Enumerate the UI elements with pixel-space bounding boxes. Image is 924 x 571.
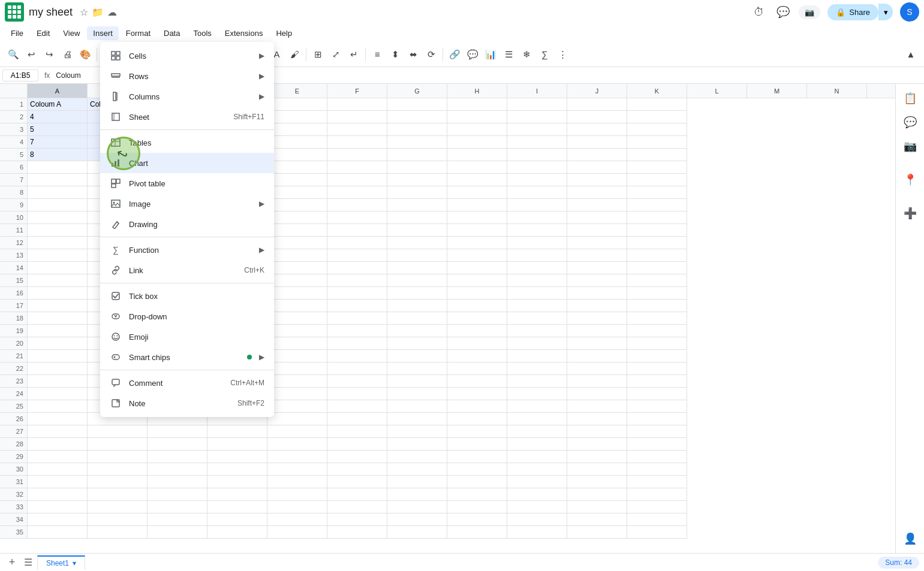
cell-H16[interactable] [447, 287, 507, 300]
cell-F32[interactable] [327, 488, 387, 501]
cell-G21[interactable] [387, 350, 447, 362]
row-num-34[interactable]: 34 [0, 513, 28, 526]
cell-H7[interactable] [447, 174, 507, 186]
cell-H30[interactable] [447, 463, 507, 476]
cell-A25[interactable] [28, 400, 88, 413]
cell-A18[interactable] [28, 312, 88, 325]
cell-A16[interactable] [28, 287, 88, 300]
cell-K21[interactable] [627, 350, 687, 362]
cell-I9[interactable] [507, 199, 567, 212]
cell-J30[interactable] [567, 463, 627, 476]
cell-C32[interactable] [148, 488, 207, 501]
cell-J17[interactable] [567, 300, 627, 312]
cell-H12[interactable] [447, 237, 507, 249]
menu-item-columns[interactable]: Columns ▶ [100, 86, 274, 107]
people-icon[interactable]: 👤 [901, 529, 920, 548]
comment-button[interactable]: 💬 [464, 46, 481, 63]
cell-I6[interactable] [507, 161, 567, 174]
menu-item-drawing[interactable]: Drawing [100, 214, 274, 234]
cell-H19[interactable] [447, 325, 507, 337]
cell-I28[interactable] [507, 438, 567, 451]
cell-E32[interactable] [267, 488, 327, 501]
row-num-12[interactable]: 12 [0, 237, 28, 249]
cell-F35[interactable] [327, 526, 387, 539]
cell-F12[interactable] [327, 237, 387, 249]
maps-icon[interactable]: 📍 [901, 170, 920, 189]
cell-H34[interactable] [447, 513, 507, 526]
col-header-l[interactable]: L [687, 84, 747, 98]
menu-tools[interactable]: Tools [187, 26, 217, 40]
cell-A20[interactable] [28, 337, 88, 350]
cell-C35[interactable] [148, 526, 207, 539]
cell-I20[interactable] [507, 337, 567, 350]
cell-J13[interactable] [567, 249, 627, 262]
cell-E15[interactable] [267, 274, 327, 287]
menu-item-rows[interactable]: Rows ▶ [100, 66, 274, 86]
row-num-33[interactable]: 33 [0, 501, 28, 513]
cell-k3[interactable] [627, 123, 687, 136]
cell-I13[interactable] [507, 249, 567, 262]
cell-K19[interactable] [627, 325, 687, 337]
share-button[interactable]: 🔒 Share [827, 4, 878, 20]
menu-item-chart[interactable]: Chart [100, 153, 274, 173]
cell-E12[interactable] [267, 237, 327, 249]
cell-f5[interactable] [327, 149, 387, 161]
cell-A32[interactable] [28, 488, 88, 501]
cell-I14[interactable] [507, 262, 567, 274]
cell-D31[interactable] [207, 476, 267, 488]
menu-item-tick-box[interactable]: Tick box [100, 286, 274, 306]
cell-G28[interactable] [387, 438, 447, 451]
highlight-color-button[interactable]: 🖌 [286, 46, 303, 63]
cell-J6[interactable] [567, 161, 627, 174]
cell-I22[interactable] [507, 362, 567, 375]
cell-F26[interactable] [327, 413, 387, 425]
cell-i2[interactable] [507, 111, 567, 123]
cell-H13[interactable] [447, 249, 507, 262]
row-num-7[interactable]: 7 [0, 174, 28, 186]
menu-item-cells[interactable]: Cells ▶ [100, 46, 274, 66]
row-num-20[interactable]: 20 [0, 337, 28, 350]
cell-J23[interactable] [567, 375, 627, 388]
col-header-m[interactable]: M [747, 84, 807, 98]
cell-H22[interactable] [447, 362, 507, 375]
cell-J9[interactable] [567, 199, 627, 212]
cell-J10[interactable] [567, 212, 627, 224]
align-vertical-button[interactable]: ⬍ [387, 46, 404, 63]
cell-I16[interactable] [507, 287, 567, 300]
cell-C28[interactable] [148, 438, 207, 451]
cell-E7[interactable] [267, 174, 327, 186]
cell-a4[interactable]: 7 [28, 136, 88, 149]
cell-D27[interactable] [207, 425, 267, 438]
cell-E25[interactable] [267, 400, 327, 413]
cell-B34[interactable] [88, 513, 148, 526]
row-num-4[interactable]: 4 [0, 136, 28, 149]
col-header-f[interactable]: F [327, 84, 387, 98]
cell-K8[interactable] [627, 186, 687, 199]
cell-I17[interactable] [507, 300, 567, 312]
menu-item-dropdown[interactable]: Drop-down [100, 306, 274, 327]
link-button[interactable]: 🔗 [446, 46, 463, 63]
cell-E30[interactable] [267, 463, 327, 476]
cell-I10[interactable] [507, 212, 567, 224]
cell-E24[interactable] [267, 388, 327, 400]
cell-H35[interactable] [447, 526, 507, 539]
cell-K12[interactable] [627, 237, 687, 249]
cell-K9[interactable] [627, 199, 687, 212]
chat-sidebar-icon[interactable]: 💬 [901, 113, 920, 132]
cell-G10[interactable] [387, 212, 447, 224]
cell-I29[interactable] [507, 451, 567, 463]
cell-g4[interactable] [387, 136, 447, 149]
menu-edit[interactable]: Edit [31, 26, 56, 40]
cell-E27[interactable] [267, 425, 327, 438]
print-button[interactable]: 🖨 [59, 46, 76, 63]
text-rotation-button[interactable]: ⟳ [423, 46, 440, 63]
menu-item-image[interactable]: Image ▶ [100, 194, 274, 214]
col-header-h[interactable]: H [447, 84, 507, 98]
row-num-15[interactable]: 15 [0, 274, 28, 287]
cell-F8[interactable] [327, 186, 387, 199]
cell-A33[interactable] [28, 501, 88, 513]
cell-K11[interactable] [627, 224, 687, 237]
cell-F14[interactable] [327, 262, 387, 274]
wrap-button[interactable]: ↵ [345, 46, 362, 63]
paint-format-button[interactable]: 🎨 [77, 46, 94, 63]
